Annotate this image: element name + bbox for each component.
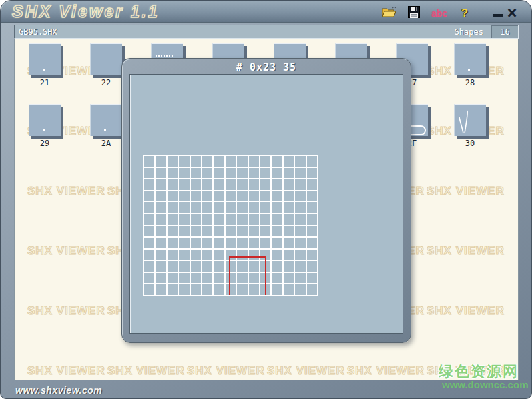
open-folder-icon bbox=[382, 6, 397, 21]
watermark-text: SHX VIEWER bbox=[27, 304, 107, 318]
shape-label: 30 bbox=[454, 139, 486, 148]
dot-glyph bbox=[468, 69, 470, 71]
open-file-button[interactable] bbox=[381, 7, 397, 20]
watermark-text: SHX VIEWER bbox=[427, 304, 507, 318]
shapes-label: Shapes bbox=[455, 27, 483, 37]
watermark-text: SHX VIEWER bbox=[187, 364, 267, 378]
app-window: SHX Viewer 1.1 bbox=[0, 0, 532, 399]
help-button[interactable]: ? bbox=[457, 7, 473, 20]
shape-thumb-28[interactable]: 28 bbox=[454, 43, 489, 89]
shape-preview-square[interactable] bbox=[90, 104, 122, 136]
title-bar[interactable]: SHX Viewer 1.1 bbox=[1, 1, 531, 23]
shape-glyph-outline bbox=[229, 256, 266, 295]
shape-thumb-30[interactable]: 30 bbox=[454, 104, 489, 149]
watermark-text: SHX VIEWER bbox=[27, 244, 107, 258]
loaded-filename: GB95.SHX bbox=[19, 27, 57, 37]
watermark-text: SHX VIEWER bbox=[107, 364, 187, 378]
watermark-text: SHX VIEWER bbox=[27, 364, 107, 378]
close-button[interactable]: × bbox=[503, 3, 521, 23]
watermark-text: SHX VIEWER bbox=[427, 185, 507, 198]
shape-preview-square[interactable] bbox=[454, 104, 486, 136]
shape-preview-square[interactable] bbox=[29, 104, 61, 136]
shape-label: 29 bbox=[29, 139, 61, 148]
save-floppy-icon bbox=[408, 6, 420, 21]
watermark-text: SHX VIEWER bbox=[267, 364, 347, 378]
abc-icon: abc bbox=[431, 8, 447, 19]
save-button[interactable] bbox=[406, 7, 422, 20]
sprout-glyph bbox=[457, 109, 474, 135]
shape-thumb-21[interactable]: 21 bbox=[29, 43, 63, 89]
shape-preview-dialog[interactable]: # 0x23 35 bbox=[121, 58, 411, 343]
shape-thumb-29[interactable]: 29 bbox=[29, 104, 63, 149]
dot-glyph bbox=[43, 129, 45, 131]
shape-label: 2A bbox=[90, 139, 122, 148]
website-label: www.shxview.com bbox=[15, 385, 102, 396]
shape-label: 22 bbox=[90, 78, 122, 87]
shape-grid bbox=[143, 155, 318, 296]
dot-grid-glyph bbox=[97, 63, 111, 71]
shape-label: 21 bbox=[29, 78, 61, 87]
status-bar: GB95.SHX Shapes 16 bbox=[14, 25, 519, 39]
site-overlay-url: www.downcc.com bbox=[442, 379, 528, 390]
dot-row-glyph bbox=[156, 55, 174, 57]
dot-glyph bbox=[104, 129, 106, 131]
shape-thumb-2A[interactable]: 2A bbox=[90, 104, 125, 149]
help-icon: ? bbox=[461, 7, 468, 20]
abc-text-button[interactable]: abc bbox=[431, 7, 447, 20]
shape-count: 16 bbox=[491, 25, 518, 38]
shape-thumb-22[interactable]: 22 bbox=[90, 43, 125, 89]
watermark-text: SHX VIEWER bbox=[27, 185, 107, 198]
minimize-button[interactable] bbox=[493, 14, 503, 17]
dialog-title: # 0x23 35 bbox=[122, 61, 411, 73]
shape-label: 28 bbox=[454, 78, 486, 87]
shape-preview-square[interactable] bbox=[29, 43, 61, 75]
status-right-group: Shapes 16 bbox=[455, 25, 518, 38]
watermark-text: SHX VIEWER bbox=[427, 244, 507, 258]
dialog-canvas bbox=[129, 74, 403, 334]
shape-preview-square[interactable] bbox=[90, 43, 122, 75]
watermark-text: SHX VIEWER bbox=[347, 364, 427, 378]
dot-glyph bbox=[43, 69, 45, 71]
app-title: SHX Viewer 1.1 bbox=[12, 2, 160, 21]
shape-preview-square[interactable] bbox=[454, 43, 486, 75]
shape-browser-area: SHX VIEWERSHX VIEWERSHX VIEWERSHX VIEWER… bbox=[14, 39, 519, 380]
toolbar: abc ? bbox=[381, 6, 473, 21]
